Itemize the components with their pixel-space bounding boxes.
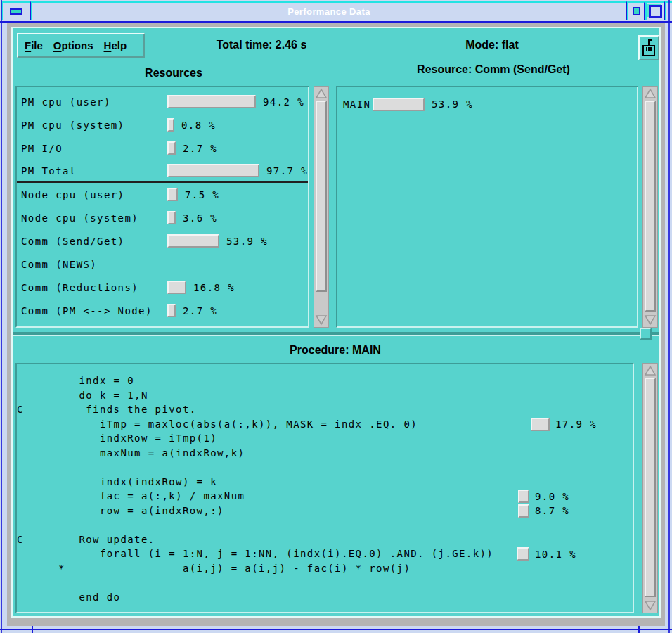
resource-row: Comm (Send/Get) 53.9 % [17,229,308,252]
procedure-percent: 53.9 % [432,98,473,110]
resource-label: Comm (NEWS) [21,259,167,270]
code-text: iTmp = maxloc(abs(a(:,k)), MASK = indx .… [17,418,418,430]
code-text: C Row update. [17,534,155,545]
resource-label: PM cpu (user) [21,96,167,108]
resource-percent: 3.6 % [183,212,217,224]
code-line: indxRow = iTmp(1) [17,431,633,446]
resource-row: Comm (PM <--> Node) 2.7 % [17,299,308,322]
maximize-button[interactable] [645,1,665,20]
procedure-usage-bar [373,98,425,111]
frame-corner-tick [32,626,33,633]
code-line: end do [17,590,633,605]
resource-label: Comm (PM <--> Node) [21,305,167,316]
code-line: do k = 1,N [17,388,633,403]
resource-detail-list: MAIN 53.9 % [343,96,631,113]
total-time-value: 2.46 s [276,39,306,51]
code-text: forall (i = 1:N, j = 1:NN, (indx(i).EQ.0… [17,548,493,559]
code-line: row = a(indxRow,:) 8.7 % [17,504,633,518]
resource-label: PM cpu (system) [21,120,167,131]
resource-percent: 94.2 % [263,96,304,108]
code-line: indx = 0 [17,373,633,388]
code-line: maxNum = a(indxRow,k) [17,446,633,461]
code-text: * a(i,j) = a(i,j) - fac(i) * row(j) [17,563,411,574]
scroll-down-icon[interactable] [315,314,328,326]
menu-file[interactable]: File [25,39,43,51]
minimize-button[interactable] [627,1,645,20]
scrollbar-thumb[interactable] [645,378,656,597]
code-line: forall (i = 1:N, j = 1:NN, (indx(i).EQ.0… [17,546,633,561]
resource-label: Node cpu (user) [21,189,167,200]
window-menu-button[interactable] [1,1,31,20]
scroll-down-icon[interactable] [644,600,657,611]
resource-percent: 16.8 % [193,282,235,293]
frame-edge-left [1,0,2,633]
resources-heading: Resources [103,67,244,79]
resource-usage-bar [167,211,176,224]
line-cost-bar [518,490,529,503]
frame-edge-right [668,0,670,633]
menu-help[interactable]: Help [104,39,127,51]
code-line: * a(i,j) = a(i,j) - fac(i) * row(j) [17,561,633,576]
pane-separator [13,332,659,336]
menu-options[interactable]: Options [53,39,93,51]
minimize-icon [633,7,640,15]
resource-row: Node cpu (user) 7.5 % [17,183,308,206]
resource-row: Node cpu (system) 3.6 % [17,206,308,229]
resource-detail-scrollbar[interactable] [642,86,658,328]
resource-usage-bar [167,118,174,132]
code-line [17,460,633,475]
resource-detail-heading: Resource: Comm (Send/Get) [388,63,599,76]
scroll-up-icon[interactable] [644,88,657,99]
scroll-down-icon[interactable] [644,314,657,326]
resource-label: Comm (Send/Get) [21,236,167,247]
pane-sash-handle[interactable] [640,328,652,340]
frame-divider [0,21,672,23]
resource-row: PM cpu (user) 94.2 % [17,90,308,113]
code-text: maxNum = a(indxRow,k) [17,447,245,459]
resources-scrollbar[interactable] [314,86,329,328]
code-line: C finds the pivot. [17,402,633,417]
code-line: indx(indxRow) = k [17,475,633,490]
code-text: indx(indxRow) = k [17,476,217,487]
resource-usage-bar [167,164,259,177]
resource-row: Comm (NEWS) [17,252,308,276]
resource-detail-panel [336,86,638,328]
resource-row: Comm (Reductions) 16.8 % [17,276,308,299]
total-time: Total time: 2.46 s [191,39,332,51]
total-time-label: Total time: [217,39,273,51]
line-cost-percent: 8.7 % [535,505,569,516]
titlebar[interactable]: Performance Data [0,0,672,21]
scroll-up-icon[interactable] [644,365,657,376]
resource-usage-bar [167,304,176,317]
scrollbar-thumb[interactable] [645,101,656,312]
mouse-icon [641,38,657,58]
resource-row: PM I/O 2.7 % [17,136,308,160]
window-title: Performance Data [287,6,370,17]
resource-usage-bar [167,95,256,108]
line-cost-percent: 9.0 % [535,491,569,502]
code-text: fac = a(:,k) / maxNum [17,490,245,501]
scrollbar-thumb[interactable] [316,101,327,292]
resource-label: Comm (Reductions) [21,282,167,293]
code-scrollbar[interactable] [642,363,658,613]
resource-percent: 53.9 % [226,236,268,247]
maximize-icon [649,5,662,18]
mode: Mode: flat [422,39,562,51]
line-cost: 17.9 % [531,418,597,431]
code-text: indx = 0 [17,375,134,386]
code-text: do k = 1,N [17,390,148,401]
line-cost-percent: 10.1 % [535,549,576,560]
titlebar-drag-area[interactable]: Performance Data [31,1,627,20]
resource-usage-bar [167,234,219,248]
resource-percent: 2.7 % [183,305,217,316]
line-cost: 10.1 % [517,547,576,561]
code-line: iTmp = maxloc(abs(a(:,k)), MASK = indx .… [17,417,633,432]
procedure-row[interactable]: MAIN 53.9 % [343,96,631,113]
code-line: C Row update. [17,532,633,547]
scroll-up-icon[interactable] [315,88,328,99]
frame-corner-tick [638,626,640,633]
resource-usage-bar [167,281,186,294]
resource-row-pm-total: PM Total 97.7 % [17,160,308,183]
mouse-tool-button[interactable] [638,35,659,60]
code-line: fac = a(:,k) / maxNum 9.0 % [17,489,633,504]
